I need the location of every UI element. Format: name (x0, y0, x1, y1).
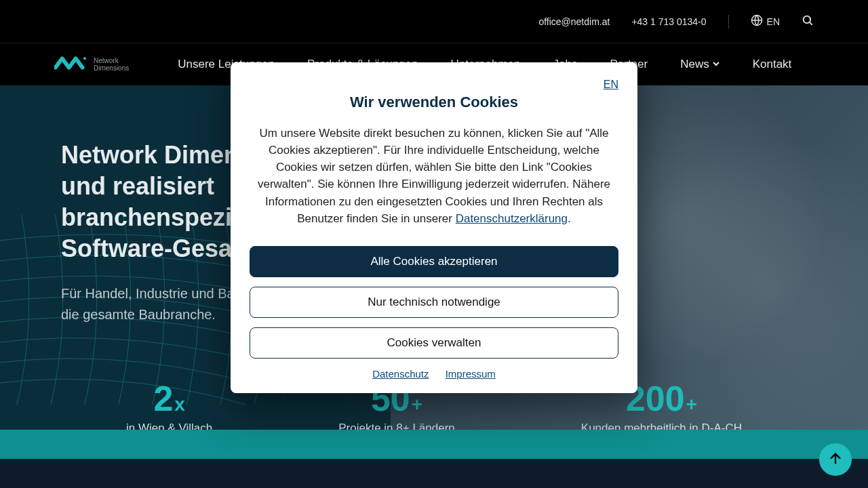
manage-cookies-button[interactable]: Cookies verwalten (250, 327, 618, 359)
cookie-description: Um unsere Website direkt besuchen zu kön… (250, 125, 618, 227)
footer-imprint-link[interactable]: Impressum (446, 368, 496, 380)
cookie-title: Wir verwenden Cookies (250, 94, 618, 111)
privacy-policy-link[interactable]: Datenschutzerklärung (456, 212, 568, 225)
cookie-footer-links: Datenschutz Impressum (250, 368, 618, 380)
footer-privacy-link[interactable]: Datenschutz (372, 368, 429, 380)
accept-all-cookies-button[interactable]: Alle Cookies akzeptieren (250, 246, 618, 277)
cookie-lang-link[interactable]: EN (250, 79, 618, 91)
cookie-modal: EN Wir verwenden Cookies Um unsere Websi… (231, 62, 637, 393)
cookie-overlay: EN Wir verwenden Cookies Um unsere Websi… (0, 0, 868, 488)
necessary-cookies-button[interactable]: Nur technisch notwendige (250, 287, 618, 318)
